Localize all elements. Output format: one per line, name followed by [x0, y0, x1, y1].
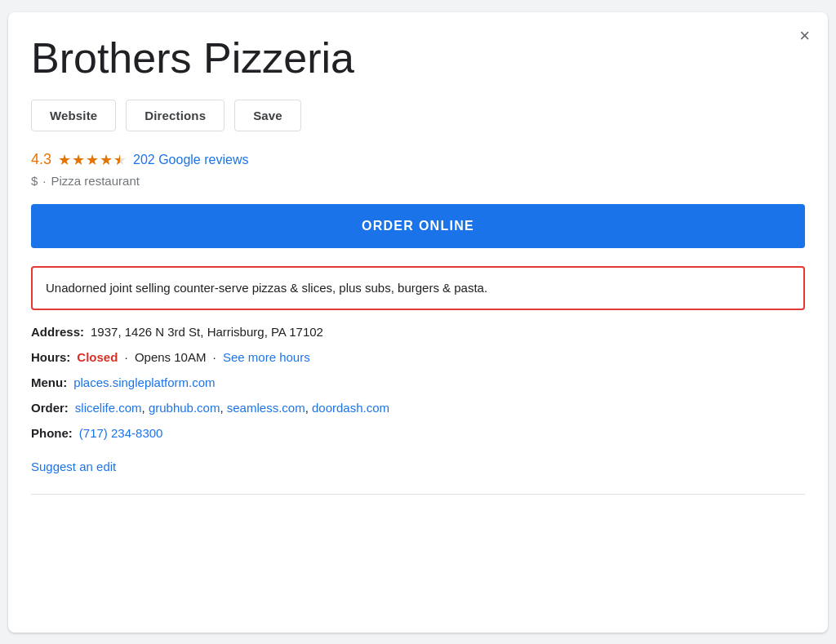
phone-label: Phone:	[31, 426, 73, 440]
phone-value[interactable]: (717) 234-8300	[79, 426, 163, 440]
order-links: slicelife.com, grubhub.com, seamless.com…	[75, 401, 389, 415]
order-online-button[interactable]: ORDER ONLINE	[31, 204, 805, 248]
info-section: Address: 1937, 1426 N 3rd St, Harrisburg…	[31, 325, 805, 440]
description-box: Unadorned joint selling counter-serve pi…	[31, 266, 805, 311]
order-label: Order:	[31, 401, 69, 415]
rating-number: 4.3	[31, 151, 51, 168]
phone-row: Phone: (717) 234-8300	[31, 426, 805, 440]
directions-button[interactable]: Directions	[126, 100, 225, 131]
website-button[interactable]: Website	[31, 100, 116, 131]
address-row: Address: 1937, 1426 N 3rd St, Harrisburg…	[31, 325, 805, 339]
suggest-edit-link[interactable]: Suggest an edit	[31, 460, 116, 473]
star-4: ★	[100, 151, 113, 169]
business-title: Brothers Pizzeria	[31, 35, 805, 82]
stars: ★ ★ ★ ★ ★ ★	[58, 151, 127, 169]
price-indicator: $	[31, 174, 38, 188]
hours-opens: Opens 10AM	[135, 350, 207, 364]
star-1: ★	[58, 151, 71, 169]
category-type: Pizza restaurant	[51, 174, 140, 188]
menu-label: Menu:	[31, 375, 67, 389]
star-2: ★	[72, 151, 85, 169]
order-link-seamless[interactable]: seamless.com	[227, 401, 305, 415]
hours-closed: Closed	[77, 350, 118, 364]
category-separator: ·	[42, 174, 46, 188]
order-link-grubhub[interactable]: grubhub.com	[149, 401, 220, 415]
hours-space: ·	[209, 350, 220, 364]
star-3: ★	[86, 151, 99, 169]
close-button[interactable]: ×	[799, 27, 810, 45]
order-link-slicelife[interactable]: slicelife.com	[75, 401, 142, 415]
action-buttons: Website Directions Save	[31, 100, 805, 131]
hours-row: Hours: Closed · Opens 10AM · See more ho…	[31, 350, 805, 364]
hours-label: Hours:	[31, 350, 70, 364]
category-row: $ · Pizza restaurant	[31, 174, 805, 188]
order-link-doordash[interactable]: doordash.com	[312, 401, 389, 415]
address-value: 1937, 1426 N 3rd St, Harrisburg, PA 1710…	[91, 325, 323, 339]
order-row: Order: slicelife.com, grubhub.com, seaml…	[31, 401, 805, 415]
star-half: ★ ★	[113, 151, 127, 169]
reviews-link[interactable]: 202 Google reviews	[133, 153, 248, 167]
see-more-hours-link[interactable]: See more hours	[223, 350, 310, 364]
business-card: × Brothers Pizzeria Website Directions S…	[8, 12, 828, 633]
menu-link[interactable]: places.singleplatform.com	[73, 375, 215, 389]
menu-row: Menu: places.singleplatform.com	[31, 375, 805, 389]
hours-separator: ·	[121, 350, 131, 364]
address-label: Address:	[31, 325, 84, 339]
bottom-divider	[31, 494, 805, 495]
save-button[interactable]: Save	[234, 100, 301, 131]
rating-row: 4.3 ★ ★ ★ ★ ★ ★ 202 Google reviews	[31, 151, 805, 169]
